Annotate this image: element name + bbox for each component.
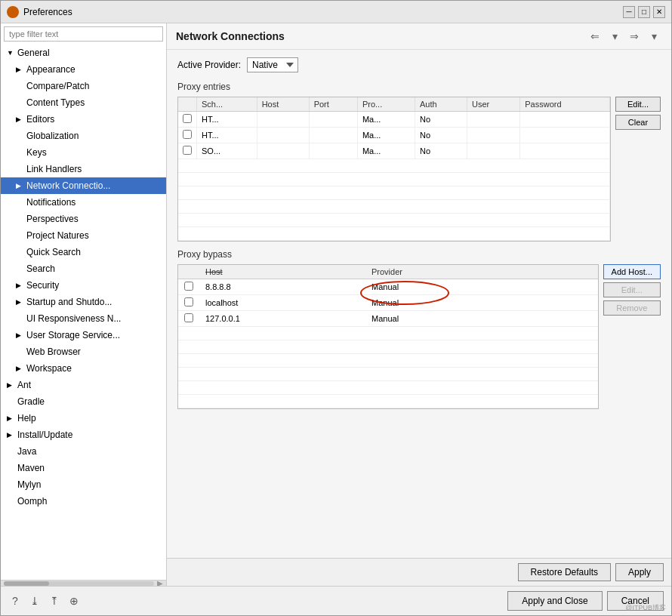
export-icon[interactable]: ⤓ bbox=[28, 594, 42, 608]
forward-button[interactable]: ⇒ bbox=[626, 28, 643, 45]
sidebar-item-web-browser[interactable]: Web Browser bbox=[1, 343, 166, 360]
bypass-table-row[interactable]: 127.0.0.1 Manual bbox=[178, 311, 598, 327]
dropdown-button[interactable]: ▾ bbox=[606, 28, 623, 45]
sidebar-item-gradle[interactable]: Gradle bbox=[1, 393, 166, 410]
bypass-row-empty bbox=[178, 368, 598, 381]
main-content: Active Provider: Native Direct Manual Pr… bbox=[167, 50, 671, 558]
expand-arrow bbox=[16, 248, 25, 256]
window-controls: ─ □ ✕ bbox=[623, 6, 665, 18]
sidebar-item-ui-responsiveness[interactable]: UI Responsiveness N... bbox=[1, 310, 166, 327]
more-button[interactable]: ▾ bbox=[646, 28, 662, 45]
sidebar-item-search[interactable]: Search bbox=[1, 260, 166, 277]
sidebar-item-keys[interactable]: Keys bbox=[1, 144, 166, 161]
sidebar-item-content-types[interactable]: Content Types bbox=[1, 94, 166, 111]
sidebar: ▼ General ▶ Appearance Compare/Patch Con… bbox=[1, 23, 167, 586]
window-title: Preferences bbox=[23, 7, 623, 17]
sidebar-item-oomph[interactable]: Oomph bbox=[1, 493, 166, 510]
maximize-button[interactable]: □ bbox=[638, 6, 650, 18]
edit-proxy-button[interactable]: Edit... bbox=[615, 97, 661, 112]
sidebar-item-maven[interactable]: Maven bbox=[1, 460, 166, 476]
minimize-button[interactable]: ─ bbox=[623, 6, 635, 18]
bypass-col-host: Host bbox=[199, 265, 365, 279]
active-provider-select[interactable]: Native Direct Manual bbox=[247, 57, 298, 72]
bypass-row1-host: 8.8.8.8 bbox=[199, 279, 365, 295]
sidebar-item-editors[interactable]: ▶ Editors bbox=[1, 111, 166, 128]
sidebar-item-ant[interactable]: ▶ Ant bbox=[1, 377, 166, 393]
close-button[interactable]: ✕ bbox=[653, 6, 665, 18]
sidebar-item-user-storage[interactable]: ▶ User Storage Service... bbox=[1, 327, 166, 343]
expand-arrow bbox=[7, 398, 16, 405]
sidebar-item-general[interactable]: ▼ General bbox=[1, 45, 166, 61]
table-row-empty bbox=[178, 200, 610, 214]
apply-button[interactable]: Apply bbox=[615, 563, 664, 581]
bypass-row3-checkbox[interactable] bbox=[184, 313, 193, 322]
sidebar-item-mylyn[interactable]: Mylyn bbox=[1, 476, 166, 493]
sidebar-item-perspectives[interactable]: Perspectives bbox=[1, 211, 166, 227]
sidebar-item-help[interactable]: ▶ Help bbox=[1, 410, 166, 427]
link-icon[interactable]: ⊕ bbox=[67, 594, 81, 608]
expand-arrow bbox=[16, 99, 25, 106]
cancel-button[interactable]: Cancel bbox=[607, 591, 664, 611]
sidebar-item-appearance[interactable]: ▶ Appearance bbox=[1, 61, 166, 78]
sidebar-item-java[interactable]: Java bbox=[1, 443, 166, 460]
proxy-entries-table-area: Sch... Host Port Pro... Auth User Passwo… bbox=[177, 97, 661, 242]
table-row[interactable]: HT... Ma... No bbox=[178, 128, 610, 143]
sidebar-item-network-connections[interactable]: ▶ Network Connectio... bbox=[1, 177, 166, 194]
sidebar-item-link-handlers[interactable]: Link Handlers bbox=[1, 161, 166, 177]
row1-checkbox[interactable] bbox=[183, 114, 192, 123]
page-title: Network Connections bbox=[176, 30, 285, 42]
sidebar-item-compare-patch[interactable]: Compare/Patch bbox=[1, 78, 166, 94]
expand-arrow bbox=[16, 315, 25, 322]
back-button[interactable]: ⇐ bbox=[587, 28, 603, 45]
scroll-right-arrow[interactable]: ▶ bbox=[157, 579, 163, 586]
sidebar-item-workspace[interactable]: ▶ Workspace bbox=[1, 360, 166, 377]
import-icon[interactable]: ⤒ bbox=[48, 594, 61, 608]
clear-proxy-button[interactable]: Clear bbox=[615, 115, 661, 130]
row3-checkbox[interactable] bbox=[183, 146, 192, 155]
filter-input[interactable] bbox=[4, 26, 163, 42]
bypass-table-area: Host Provider 8.8.8.8 Manual bbox=[177, 264, 661, 409]
sidebar-scrollbar[interactable]: ▶ bbox=[1, 580, 166, 586]
bypass-table-row[interactable]: localhost Manual bbox=[178, 295, 598, 311]
bypass-table-row[interactable]: 8.8.8.8 Manual bbox=[178, 279, 598, 295]
active-provider-row: Active Provider: Native Direct Manual bbox=[177, 57, 661, 72]
add-host-button[interactable]: Add Host... bbox=[603, 264, 661, 279]
main-panel: Network Connections ⇐ ▾ ⇒ ▾ Active Provi… bbox=[167, 23, 671, 586]
row3-user bbox=[467, 143, 520, 159]
bypass-side-buttons: Add Host... Edit... Remove bbox=[603, 264, 661, 316]
row2-port bbox=[309, 128, 357, 143]
bottom-left-icons: ? ⤓ ⤒ ⊕ bbox=[8, 594, 81, 608]
main-header: Network Connections ⇐ ▾ ⇒ ▾ bbox=[167, 23, 671, 50]
sidebar-item-security[interactable]: ▶ Security bbox=[1, 277, 166, 294]
expand-arrow: ▶ bbox=[7, 381, 16, 389]
bypass-row1-checkbox[interactable] bbox=[184, 282, 193, 291]
remove-bypass-button[interactable]: Remove bbox=[603, 300, 661, 316]
expand-arrow: ▶ bbox=[16, 66, 25, 73]
sidebar-item-notifications[interactable]: Notifications bbox=[1, 194, 166, 211]
col-user: User bbox=[467, 97, 520, 112]
sidebar-item-quick-search[interactable]: Quick Search bbox=[1, 244, 166, 260]
row2-password bbox=[520, 128, 610, 143]
row2-host bbox=[257, 128, 309, 143]
apply-and-close-button[interactable]: Apply and Close bbox=[507, 591, 602, 611]
table-row[interactable]: HT... Ma... No bbox=[178, 112, 610, 128]
help-icon[interactable]: ? bbox=[8, 594, 22, 608]
bypass-row2-checkbox[interactable] bbox=[184, 297, 193, 306]
sidebar-item-globalization[interactable]: Globalization bbox=[1, 128, 166, 144]
row2-auth: No bbox=[415, 128, 467, 143]
row2-user bbox=[467, 128, 520, 143]
bypass-row2-host: localhost bbox=[199, 295, 365, 311]
sidebar-item-install-update[interactable]: ▶ Install/Update bbox=[1, 427, 166, 443]
sidebar-item-startup-shutdown[interactable]: ▶ Startup and Shutdo... bbox=[1, 294, 166, 310]
row3-host bbox=[257, 143, 309, 159]
expand-arrow: ▶ bbox=[16, 365, 25, 372]
active-provider-label: Active Provider: bbox=[177, 60, 241, 70]
proxy-entries-section: Proxy entries Sch... Host bbox=[177, 82, 661, 242]
row2-checkbox[interactable] bbox=[183, 130, 192, 139]
table-row[interactable]: SO... Ma... No bbox=[178, 143, 610, 159]
edit-bypass-button[interactable]: Edit... bbox=[603, 282, 661, 297]
bypass-header-row: Host Provider bbox=[178, 265, 598, 279]
expand-arrow bbox=[16, 215, 25, 223]
sidebar-item-project-natures[interactable]: Project Natures bbox=[1, 227, 166, 244]
restore-defaults-button[interactable]: Restore Defaults bbox=[518, 563, 611, 581]
